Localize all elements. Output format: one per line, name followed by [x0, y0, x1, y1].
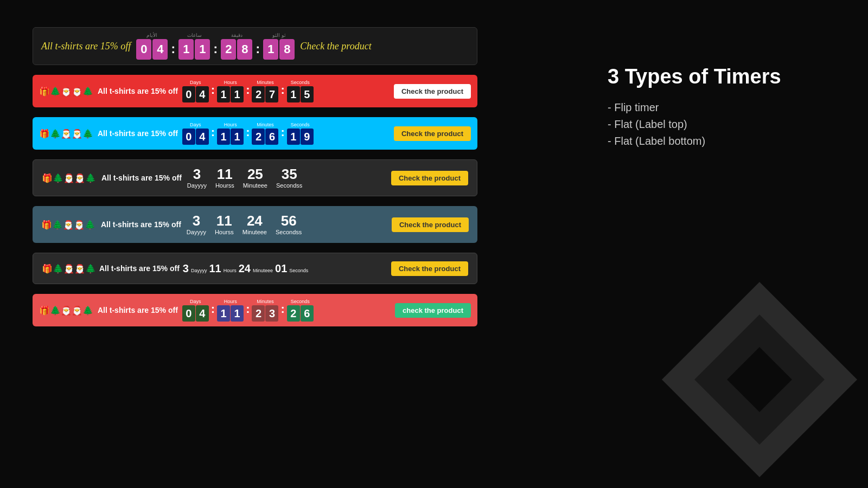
- widget5-emojis: 🎁🌲🎅🎅🌲: [41, 220, 95, 230]
- flat2-minutes-group: 2 7: [252, 86, 278, 102]
- widget6-promo: All t-shirts are 15% off: [99, 264, 180, 273]
- info-item-1: - Flip timer: [608, 101, 835, 114]
- large4-seconds-label: Secondss: [276, 182, 302, 189]
- inline6-hours-lbl: Hours: [224, 268, 237, 273]
- large4-hours-num: 11: [217, 167, 233, 181]
- widget7-digits: Days 0 4 : Hours 1 1 : Minutes 2: [182, 299, 314, 322]
- widget-flip-timer: All t-shirts are 15% off الأيام 0 4 : سا…: [33, 27, 477, 65]
- large5-minutes-label: Minuteee: [242, 229, 267, 235]
- flat7-hour-1: 1: [231, 305, 244, 322]
- large5-minutes: 24 Minuteee: [242, 214, 267, 235]
- flat3-hours-label: Hours: [224, 122, 237, 127]
- large5-seconds: 56 Secondss: [276, 214, 302, 235]
- flat3-day-1: 4: [196, 129, 209, 145]
- flat7-seconds-group: 2 6: [287, 305, 314, 322]
- widget4-digits: 3 Dayyyy 11 Hourss 25 Minuteee 35 Second…: [187, 167, 302, 189]
- flip-hours-group: 1 1: [178, 39, 210, 60]
- widget2-check-btn[interactable]: Check the product: [394, 84, 471, 99]
- right-panel: 3 Types of Timers - Flip timer - Flat (L…: [608, 65, 835, 152]
- flat7-days-group: 0 4: [182, 305, 209, 322]
- flat7-seconds-label: Seconds: [291, 299, 310, 304]
- large4-minutes-num: 25: [247, 167, 263, 181]
- inline6-days-lbl: Dayyyy: [191, 268, 207, 273]
- large5-days: 3 Dayyyy: [187, 214, 206, 235]
- flip-days-group: 0 4: [136, 39, 168, 60]
- large4-days: 3 Dayyyy: [187, 167, 207, 189]
- flat2-min-1: 7: [265, 86, 278, 102]
- widget2-promo: All t-shirts are 15% off: [98, 87, 178, 95]
- flat3-days: Days 0 4: [182, 122, 209, 145]
- large4-minutes: 25 Minuteee: [243, 167, 267, 189]
- flat2-day-1: 4: [196, 86, 209, 102]
- widget-red2-timer: 🎁🌲🎅🎅🌲 All t-shirts are 15% off Days 0 4 …: [33, 294, 477, 326]
- flip-minutes-label: دقيقة: [231, 33, 242, 38]
- flip-days: الأيام 0 4: [136, 33, 168, 60]
- flat7-sep2: :: [246, 302, 250, 318]
- flat2-minutes: Minutes 2 7: [252, 80, 278, 102]
- widget7-check-btn[interactable]: check the product: [395, 303, 471, 318]
- widget-dark-large-timer: 🎁🌲🎅🎅🌲 All t-shirts are 15% off 3 Dayyyy …: [33, 159, 477, 196]
- flat3-seconds-group: 1 9: [287, 129, 314, 145]
- info-list: - Flip timer - Flat (Label top) - Flat (…: [608, 101, 835, 147]
- flat7-hours: Hours 1 1: [217, 299, 244, 322]
- flip-sep3: :: [256, 41, 260, 56]
- widget5-digits: 3 Dayyyy 11 Hourss 24 Minuteee 56 Second…: [187, 214, 302, 235]
- inline6-seconds: 01: [275, 262, 287, 275]
- flip-sec-1: 8: [279, 39, 295, 60]
- widget6-check-btn[interactable]: Check the product: [391, 261, 468, 276]
- flat3-hours-group: 1 1: [217, 129, 244, 145]
- widget2-emojis: 🎁🌲🎅🎅🌲: [39, 86, 93, 97]
- flip-days-label: الأيام: [146, 33, 157, 38]
- widget5-promo: All t-shirts are 15% off: [101, 220, 181, 229]
- widget5-check-btn[interactable]: Check the product: [392, 217, 469, 232]
- diamond-decoration: [651, 271, 868, 488]
- info-item-3: - Flat (Label bottom): [608, 135, 835, 147]
- flat2-sep2: :: [246, 83, 250, 99]
- inline6-days: 3: [183, 262, 189, 275]
- flat2-seconds: Seconds 1 5: [287, 80, 314, 102]
- flat7-days: Days 0 4: [182, 299, 209, 322]
- flat2-min-0: 2: [252, 86, 265, 102]
- large5-days-label: Dayyyy: [187, 229, 206, 235]
- flat7-minutes: Minutes 2 3: [252, 299, 278, 322]
- widget4-emojis: 🎁🌲🎅🎅🌲: [42, 173, 96, 183]
- flip-hours-label: ساعات: [187, 33, 202, 38]
- flat2-sep1: :: [211, 83, 215, 99]
- widget7-promo: All t-shirts are 15% off: [98, 306, 178, 314]
- flat2-hours-group: 1 1: [217, 86, 244, 102]
- flat7-day-0: 0: [182, 305, 195, 322]
- large4-days-label: Dayyyy: [187, 182, 207, 189]
- flip-minutes-group: 2 8: [221, 39, 252, 60]
- flat7-days-label: Days: [190, 299, 201, 304]
- flip-hour-0: 1: [178, 39, 194, 60]
- flat7-min-0: 2: [252, 305, 265, 322]
- widget1-check-btn[interactable]: Check the product: [300, 41, 371, 52]
- large5-hours-label: Hourss: [215, 229, 234, 235]
- flat3-minutes-label: Minutes: [257, 122, 274, 127]
- flat3-hour-1: 1: [231, 129, 244, 145]
- large4-hours-label: Hourss: [215, 182, 234, 189]
- flat3-days-group: 0 4: [182, 129, 209, 145]
- widget4-check-btn[interactable]: Check the product: [391, 171, 468, 185]
- flat2-seconds-label: Seconds: [291, 80, 310, 85]
- flat3-hours: Hours 1 1: [217, 122, 244, 145]
- flat2-sec-1: 5: [301, 86, 314, 102]
- flat3-sep3: :: [280, 125, 284, 142]
- flip-day-1: 4: [152, 39, 168, 60]
- info-title: 3 Types of Timers: [608, 65, 835, 88]
- flip-seconds: ثو الثو 1 8: [263, 33, 295, 60]
- flat2-sec-0: 1: [287, 86, 300, 102]
- flat3-sep1: :: [211, 125, 215, 142]
- flat2-hour-0: 1: [217, 86, 230, 102]
- flat7-sep1: :: [211, 302, 215, 318]
- flip-day-0: 0: [136, 39, 151, 60]
- flat7-hour-0: 1: [217, 305, 230, 322]
- flip-sec-0: 1: [263, 39, 278, 60]
- flip-min-1: 8: [237, 39, 252, 60]
- flat3-hour-0: 1: [217, 129, 230, 145]
- large4-seconds: 35 Secondss: [276, 167, 302, 189]
- widget3-check-btn[interactable]: Check the product: [394, 126, 471, 141]
- inline6-minutes: 24: [239, 262, 251, 275]
- large4-minutes-label: Minuteee: [243, 182, 267, 189]
- flat2-days-group: 0 4: [182, 86, 209, 102]
